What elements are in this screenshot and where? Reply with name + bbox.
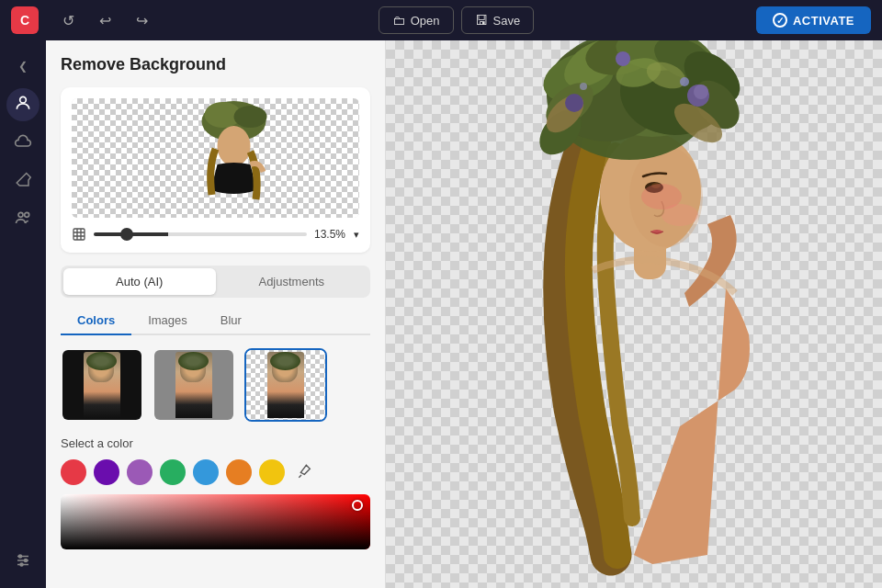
redo-icon: ↪ <box>136 12 148 29</box>
sub-tab-blur[interactable]: Blur <box>204 307 258 335</box>
eraser-tool-button[interactable] <box>6 165 40 198</box>
check-icon: ✓ <box>773 13 787 28</box>
svg-point-0 <box>20 96 27 103</box>
sub-tab-images[interactable]: Images <box>131 307 204 335</box>
settings-tool-button[interactable] <box>6 546 40 579</box>
canvas-area[interactable] <box>386 40 882 588</box>
collapse-sidebar-button[interactable]: ❮ <box>6 50 40 83</box>
toolbar-center: 🗀 Open 🖫 Save <box>164 6 749 34</box>
save-icon: 🖫 <box>475 13 488 28</box>
people-tool-button[interactable] <box>6 204 40 237</box>
person-tool-button[interactable] <box>6 88 40 121</box>
zoom-controls: 13.5% ▾ <box>72 227 359 242</box>
reset-icon: ↺ <box>62 12 74 29</box>
svg-point-2 <box>25 212 29 217</box>
activate-button[interactable]: ✓ ACTIVATE <box>756 6 871 34</box>
eyedropper-icon <box>298 464 312 481</box>
zoom-slider[interactable] <box>94 232 307 236</box>
preview-image <box>72 98 359 218</box>
tab-adjustments[interactable]: Adjustments <box>216 268 368 295</box>
main-tab-group: Auto (AI) Adjustments <box>61 266 370 298</box>
swatch-yellow[interactable] <box>259 459 285 485</box>
preview-card: 13.5% ▾ <box>61 87 370 253</box>
svg-point-43 <box>616 51 630 66</box>
redo-button[interactable]: ↪ <box>127 6 156 35</box>
svg-point-7 <box>25 560 28 562</box>
sub-tab-colors[interactable]: Colors <box>61 307 131 335</box>
svg-point-45 <box>580 83 587 90</box>
swatch-dark-purple[interactable] <box>94 459 119 485</box>
gradient-handle[interactable] <box>352 500 363 511</box>
icon-sidebar: ❮ <box>0 40 46 588</box>
zoom-fit-button[interactable] <box>72 227 86 242</box>
eraser-icon <box>15 172 31 192</box>
panel-title: Remove Background <box>61 55 370 74</box>
eyedropper-button[interactable] <box>292 459 318 485</box>
sliders-icon <box>15 552 31 572</box>
open-button[interactable]: 🗀 Open <box>379 6 454 34</box>
svg-rect-13 <box>74 229 85 240</box>
thumbnail-grid <box>61 348 370 422</box>
svg-point-42 <box>565 94 583 112</box>
swatch-red[interactable] <box>61 459 86 485</box>
svg-point-41 <box>694 85 708 99</box>
app-logo: C <box>11 6 39 34</box>
swatch-blue[interactable] <box>193 459 219 485</box>
main-canvas-image <box>413 40 882 588</box>
preview-woman-svg <box>72 98 359 218</box>
toolbar: C ↺ ↩ ↪ 🗀 Open 🖫 Save ✓ ACTIVATE <box>0 0 882 40</box>
svg-point-12 <box>218 126 251 166</box>
svg-point-8 <box>20 563 23 566</box>
sub-tab-group: Colors Images Blur <box>61 307 370 335</box>
tab-auto-ai[interactable]: Auto (AI) <box>63 268 216 295</box>
main-area: ❮ <box>0 40 882 588</box>
color-swatches <box>61 459 370 485</box>
color-gradient-picker[interactable] <box>61 494 370 549</box>
cloud-icon <box>14 132 32 154</box>
swatch-purple[interactable] <box>127 459 153 485</box>
svg-point-1 <box>18 212 23 217</box>
svg-point-6 <box>19 555 22 558</box>
left-panel: Remove Background <box>46 40 386 588</box>
undo-button[interactable]: ↩ <box>90 6 119 35</box>
svg-point-44 <box>680 77 689 86</box>
swatch-orange[interactable] <box>226 459 252 485</box>
open-icon: 🗀 <box>392 13 405 28</box>
zoom-value: 13.5% <box>314 228 346 241</box>
left-chevron-icon: ❮ <box>18 60 28 73</box>
person-icon <box>14 94 32 116</box>
undo-icon: ↩ <box>99 12 111 29</box>
save-button[interactable]: 🖫 Save <box>461 6 535 34</box>
thumb-black-bg[interactable] <box>61 348 143 422</box>
svg-point-11 <box>234 106 267 128</box>
thumb-transparent-bg[interactable] <box>244 348 327 422</box>
svg-point-22 <box>641 184 682 209</box>
color-select-label: Select a color <box>61 436 370 450</box>
zoom-dropdown-button[interactable]: ▾ <box>354 229 359 241</box>
people-icon <box>14 209 32 232</box>
swatch-green[interactable] <box>160 459 186 485</box>
thumb-gray-bg[interactable] <box>153 348 235 422</box>
reset-button[interactable]: ↺ <box>53 6 83 35</box>
cloud-tool-button[interactable] <box>6 127 40 160</box>
